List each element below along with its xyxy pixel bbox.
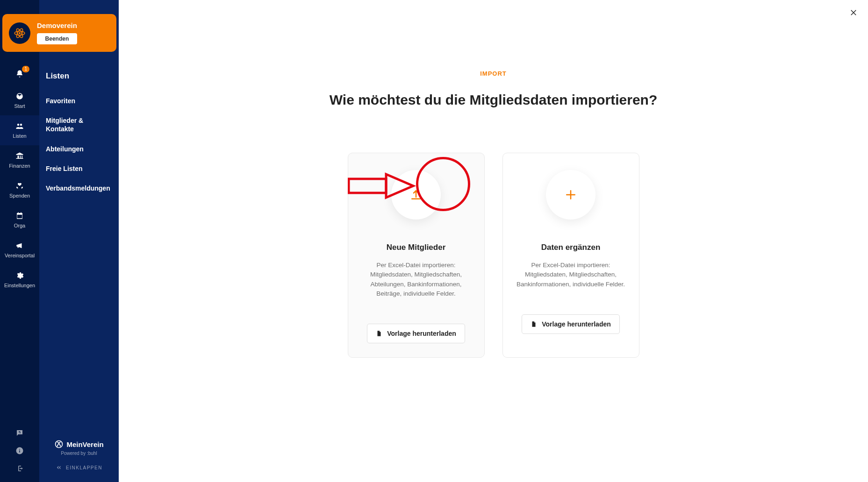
close-button[interactable] xyxy=(849,8,858,17)
exit-demo-button[interactable]: Beenden xyxy=(37,33,77,44)
download-template-button[interactable]: Vorlage herunterladen xyxy=(522,314,620,334)
bank-icon xyxy=(15,152,24,160)
chevron-double-left-icon xyxy=(56,464,62,471)
hands-heart-icon xyxy=(15,182,24,190)
gear-icon xyxy=(15,271,24,280)
nav-spenden[interactable]: Spenden xyxy=(0,175,39,205)
nav-notifications[interactable]: 1 xyxy=(0,63,39,85)
card-description: Per Excel-Datei importieren: Mitgliedsda… xyxy=(359,261,473,298)
nav-label: Finanzen xyxy=(9,163,30,169)
collapse-sidebar[interactable]: EINKLAPPEN xyxy=(39,456,119,479)
gauge-icon xyxy=(15,92,24,100)
org-logo xyxy=(9,22,30,44)
close-icon xyxy=(849,8,858,17)
section-eyebrow: IMPORT xyxy=(269,70,718,77)
import-new-members-card[interactable]: Neue Mitglieder Per Excel-Datei importie… xyxy=(348,153,485,358)
plus-icon xyxy=(564,188,578,202)
atom-icon xyxy=(14,27,26,39)
nav-orga[interactable]: Orga xyxy=(0,205,39,235)
subnav-mitglieder[interactable]: Mitglieder & Kontakte xyxy=(39,111,119,139)
people-icon xyxy=(15,122,24,130)
nav-einstellungen[interactable]: Einstellungen xyxy=(0,265,39,295)
nav-vereinsportal[interactable]: Vereinsportal xyxy=(0,235,39,265)
download-label: Vorlage herunterladen xyxy=(542,320,611,328)
secondary-nav: Listen Favoriten Mitglieder & Kontakte A… xyxy=(39,0,119,482)
calendar-icon xyxy=(15,212,24,220)
demo-org-card: Demoverein Beenden xyxy=(2,14,116,52)
subnav-verbandsmeldungen[interactable]: Verbandsmeldungen xyxy=(39,178,119,198)
subnav-abteilungen[interactable]: Abteilungen xyxy=(39,139,119,159)
subnav-freie-listen[interactable]: Freie Listen xyxy=(39,159,119,178)
plus-icon-circle xyxy=(546,170,595,220)
megaphone-icon xyxy=(15,241,24,250)
nav-label: Orga xyxy=(14,223,25,228)
upload-icon-circle xyxy=(391,170,441,220)
nav-label: Einstellungen xyxy=(4,283,35,288)
info-icon[interactable] xyxy=(15,447,24,455)
upload-icon xyxy=(409,188,423,202)
collapse-label: EINKLAPPEN xyxy=(66,465,102,470)
page-headline: Wie möchtest du die Mitgliedsdaten impor… xyxy=(269,92,718,108)
chat-help-icon[interactable] xyxy=(15,429,24,437)
brand-name: MeinVerein xyxy=(66,440,103,448)
logout-icon[interactable] xyxy=(15,464,24,473)
nav-label: Vereinsportal xyxy=(5,253,35,258)
card-title: Daten ergänzen xyxy=(541,243,601,252)
brand-icon xyxy=(54,439,64,449)
nav-label: Start xyxy=(14,103,25,109)
nav-finanzen[interactable]: Finanzen xyxy=(0,145,39,175)
subnav-favoriten[interactable]: Favoriten xyxy=(39,91,119,111)
file-icon xyxy=(531,321,537,327)
notification-badge: 1 xyxy=(22,66,29,72)
subnav-title: Listen xyxy=(46,71,112,81)
primary-nav-rail: 1 Start Listen Finanzen Spenden Orga xyxy=(0,0,39,482)
download-label: Vorlage herunterladen xyxy=(387,330,456,337)
card-title: Neue Mitglieder xyxy=(387,243,446,252)
nav-listen[interactable]: Listen xyxy=(0,115,39,145)
import-augment-data-card[interactable]: Daten ergänzen Per Excel-Datei importier… xyxy=(502,153,639,358)
download-template-button[interactable]: Vorlage herunterladen xyxy=(367,324,465,343)
nav-start[interactable]: Start xyxy=(0,85,39,115)
file-icon xyxy=(376,330,382,337)
nav-label: Spenden xyxy=(9,193,30,198)
nav-label: Listen xyxy=(13,133,26,139)
brand-logo: MeinVerein xyxy=(39,439,119,449)
card-description: Per Excel-Datei importieren: Mitgliedsda… xyxy=(514,261,628,289)
svg-point-3 xyxy=(19,32,21,34)
powered-by: Powered by :buhl xyxy=(39,451,119,456)
org-name: Demoverein xyxy=(37,21,77,29)
